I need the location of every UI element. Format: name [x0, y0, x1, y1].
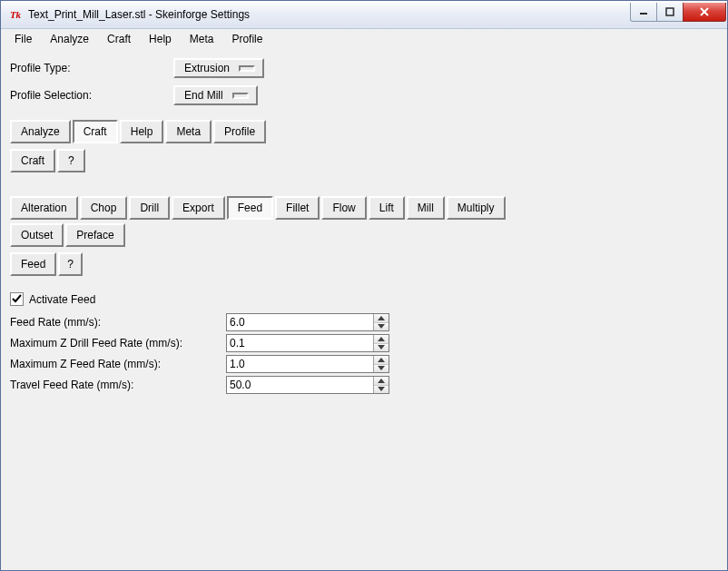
menu-help[interactable]: Help: [141, 31, 180, 47]
spinbox-buttons: [373, 356, 389, 372]
feed-button[interactable]: Feed: [10, 252, 56, 276]
craft-tab-multiply[interactable]: Multiply: [447, 196, 506, 220]
craft-button[interactable]: Craft: [10, 149, 55, 172]
feed-help-button[interactable]: ?: [58, 252, 83, 276]
spin-down-icon: [378, 324, 385, 329]
tab-profile[interactable]: Profile: [213, 120, 266, 143]
spinbox: [226, 334, 389, 352]
craft-tab-preface[interactable]: Preface: [65, 223, 124, 247]
maximize-icon: [665, 7, 674, 16]
field-label: Travel Feed Rate (mm/s):: [10, 379, 226, 391]
spinbox-input[interactable]: [227, 314, 373, 330]
spinbox-input[interactable]: [227, 356, 373, 372]
menu-bar: File Analyze Craft Help Meta Profile: [1, 29, 727, 49]
spin-up-button[interactable]: [374, 314, 389, 323]
spin-up-icon: [378, 316, 385, 320]
craft-tab-lift[interactable]: Lift: [369, 196, 405, 220]
menu-craft[interactable]: Craft: [99, 31, 139, 47]
tab-meta[interactable]: Meta: [165, 120, 212, 143]
spin-up-button[interactable]: [374, 335, 389, 344]
spinbox-buttons: [373, 335, 389, 351]
spinbox: [226, 313, 389, 331]
spinbox-buttons: [373, 377, 389, 393]
spin-down-icon: [378, 387, 385, 391]
spin-down-button[interactable]: [374, 365, 389, 373]
profile-selection-row: Profile Selection: End Mill: [10, 85, 718, 105]
feed-fields: Feed Rate (mm/s):Maximum Z Drill Feed Ra…: [10, 313, 718, 394]
spin-down-button[interactable]: [374, 386, 389, 394]
svg-marker-6: [378, 337, 385, 341]
field-label: Feed Rate (mm/s):: [10, 316, 226, 329]
feed-form: Activate Feed Feed Rate (mm/s):Maximum Z…: [10, 292, 718, 397]
spin-up-button[interactable]: [374, 377, 389, 386]
field-label: Maximum Z Drill Feed Rate (mm/s):: [10, 337, 226, 349]
menu-file[interactable]: File: [6, 31, 40, 47]
spin-down-icon: [378, 345, 385, 349]
spin-up-button[interactable]: [374, 356, 389, 365]
title-bar: Tk Text_Print_Mill_Laser.stl - Skeinforg…: [1, 1, 727, 29]
field-label: Maximum Z Feed Rate (mm/s):: [10, 358, 226, 370]
minimize-button[interactable]: [630, 3, 657, 22]
app-window: Tk Text_Print_Mill_Laser.stl - Skeinforg…: [0, 0, 728, 571]
close-button[interactable]: [683, 3, 726, 22]
tab-craft[interactable]: Craft: [73, 120, 118, 143]
spin-up-icon: [378, 337, 385, 341]
menu-meta[interactable]: Meta: [182, 31, 222, 47]
profile-type-select[interactable]: Extrusion: [173, 58, 264, 78]
craft-tab-chop[interactable]: Chop: [80, 196, 128, 220]
optionmenu-indicator-icon: [239, 65, 255, 72]
svg-marker-11: [378, 387, 385, 391]
window-title: Text_Print_Mill_Laser.stl - Skeinforge S…: [28, 8, 631, 21]
spinbox: [226, 355, 389, 373]
field-row-1: Maximum Z Drill Feed Rate (mm/s):: [10, 334, 718, 352]
profile-selection-value: End Mill: [184, 89, 223, 102]
feed-action-bar: Feed ?: [10, 252, 718, 276]
spin-up-icon: [378, 358, 385, 362]
field-row-2: Maximum Z Feed Rate (mm/s):: [10, 355, 718, 373]
svg-marker-9: [378, 366, 385, 370]
tab-help[interactable]: Help: [120, 120, 164, 143]
craft-action-bar: Craft ?: [10, 149, 718, 172]
craft-tab-drill[interactable]: Drill: [129, 196, 170, 220]
svg-marker-8: [378, 358, 385, 362]
craft-tab-flow[interactable]: Flow: [321, 196, 366, 220]
svg-marker-7: [378, 345, 385, 349]
craft-tab-fillet[interactable]: Fillet: [275, 196, 320, 220]
svg-marker-4: [378, 316, 385, 320]
craft-tab-mill[interactable]: Mill: [407, 196, 445, 220]
menu-analyze[interactable]: Analyze: [42, 31, 97, 47]
maximize-button[interactable]: [656, 3, 684, 22]
close-icon: [699, 7, 710, 16]
craft-tab-strip-row1: AlterationChopDrillExportFeedFilletFlowL…: [10, 196, 718, 220]
profile-type-row: Profile Type: Extrusion: [10, 58, 718, 78]
client-area: Profile Type: Extrusion Profile Selectio…: [1, 49, 727, 570]
optionmenu-indicator-icon: [232, 93, 249, 99]
craft-tab-alteration[interactable]: Alteration: [10, 196, 78, 220]
svg-marker-5: [378, 324, 385, 329]
tab-analyze[interactable]: Analyze: [10, 120, 71, 143]
main-tab-strip: AnalyzeCraftHelpMetaProfile: [10, 120, 718, 143]
spinbox-input[interactable]: [227, 377, 373, 393]
spin-down-icon: [378, 366, 385, 370]
spinbox-buttons: [373, 314, 389, 330]
craft-help-button[interactable]: ?: [57, 149, 85, 172]
spin-down-button[interactable]: [374, 323, 389, 331]
svg-marker-10: [378, 379, 385, 383]
spin-up-icon: [378, 379, 385, 383]
craft-tab-outset[interactable]: Outset: [10, 223, 64, 247]
spinbox-input[interactable]: [227, 335, 373, 351]
activate-feed-label: Activate Feed: [29, 293, 95, 306]
field-row-3: Travel Feed Rate (mm/s):: [10, 376, 718, 394]
window-controls: [631, 3, 726, 21]
craft-tab-feed[interactable]: Feed: [227, 196, 273, 220]
craft-tab-export[interactable]: Export: [172, 196, 225, 220]
activate-feed-row: Activate Feed: [10, 292, 718, 306]
spin-down-button[interactable]: [374, 344, 389, 352]
activate-feed-checkbox[interactable]: [10, 292, 24, 306]
app-icon: Tk: [8, 7, 23, 22]
profile-type-label: Profile Type:: [10, 62, 173, 74]
craft-tab-strip-row2: OutsetPreface: [10, 223, 718, 247]
profile-selection-select[interactable]: End Mill: [173, 85, 258, 105]
menu-profile[interactable]: Profile: [223, 31, 271, 47]
minimize-icon: [639, 7, 648, 16]
